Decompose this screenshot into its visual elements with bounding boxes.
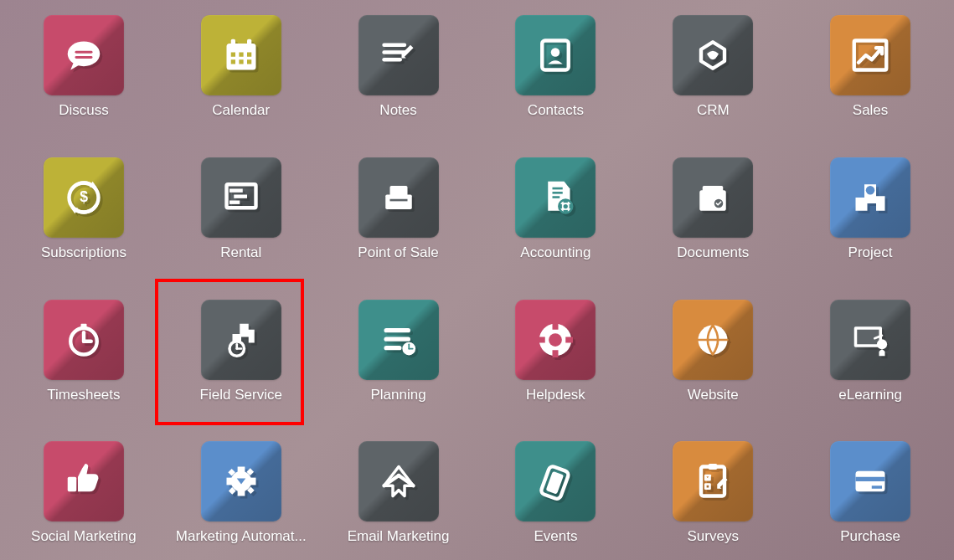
- app-events[interactable]: Events: [477, 441, 634, 560]
- accounting-icon[interactable]: [515, 157, 596, 238]
- socialmkt-icon[interactable]: [44, 441, 124, 521]
- app-label: Rental: [220, 244, 261, 261]
- app-label: Field Service: [200, 387, 282, 403]
- app-label: Planning: [370, 387, 425, 403]
- app-accounting[interactable]: Accounting: [477, 157, 634, 276]
- app-surveys[interactable]: Surveys: [634, 441, 792, 560]
- website-icon[interactable]: [673, 300, 753, 380]
- app-contacts[interactable]: Contacts: [477, 15, 634, 134]
- app-timesheets[interactable]: Timesheets: [5, 300, 162, 419]
- app-label: Social Marketing: [31, 528, 137, 545]
- notes-icon[interactable]: [358, 15, 439, 95]
- app-socialmkt[interactable]: Social Marketing: [5, 441, 162, 560]
- elearning-icon[interactable]: [830, 300, 910, 380]
- pos-icon[interactable]: [358, 157, 439, 238]
- app-purchase[interactable]: Purchase: [792, 441, 949, 560]
- app-label: Sales: [853, 102, 889, 119]
- planning-icon[interactable]: [358, 300, 439, 380]
- app-label: CRM: [697, 102, 730, 119]
- app-label: Timesheets: [47, 387, 120, 403]
- app-label: Subscriptions: [41, 244, 126, 261]
- app-planning[interactable]: Planning: [320, 300, 477, 419]
- app-label: Documents: [677, 244, 749, 261]
- app-label: Contacts: [528, 102, 584, 119]
- app-label: Point of Sale: [358, 244, 438, 261]
- rental-icon[interactable]: [201, 157, 281, 238]
- app-notes[interactable]: Notes: [320, 15, 477, 134]
- app-label: Notes: [379, 102, 416, 119]
- mktauto-icon[interactable]: [201, 441, 281, 521]
- app-pos[interactable]: Point of Sale: [320, 157, 477, 276]
- documents-icon[interactable]: [673, 157, 753, 238]
- app-label: Accounting: [520, 244, 590, 261]
- app-subscriptions[interactable]: Subscriptions: [5, 157, 162, 276]
- app-label: Purchase: [840, 528, 900, 545]
- app-project[interactable]: Project: [792, 157, 949, 276]
- app-label: Discuss: [59, 102, 109, 119]
- app-website[interactable]: Website: [634, 300, 792, 419]
- crm-icon[interactable]: [673, 15, 753, 95]
- app-mktauto[interactable]: Marketing Automat...: [162, 441, 320, 560]
- app-label: Project: [848, 244, 893, 261]
- app-discuss[interactable]: Discuss: [5, 15, 162, 134]
- app-label: Calendar: [212, 102, 270, 119]
- app-elearning[interactable]: eLearning: [792, 300, 949, 419]
- app-grid: DiscussCalendarNotesContactsCRMSalesSubs…: [0, 0, 954, 560]
- app-crm[interactable]: CRM: [634, 15, 792, 134]
- app-label: Email Marketing: [348, 528, 450, 545]
- app-label: Helpdesk: [526, 387, 585, 403]
- app-label: eLearning: [838, 387, 902, 403]
- app-emailmkt[interactable]: Email Marketing: [320, 441, 477, 560]
- contacts-icon[interactable]: [515, 15, 596, 95]
- app-calendar[interactable]: Calendar: [162, 15, 320, 134]
- app-label: Marketing Automat...: [176, 528, 307, 545]
- helpdesk-icon[interactable]: [515, 300, 596, 380]
- app-sales[interactable]: Sales: [792, 15, 949, 134]
- sales-icon[interactable]: [830, 15, 910, 95]
- app-helpdesk[interactable]: Helpdesk: [477, 300, 634, 419]
- app-label: Website: [688, 387, 739, 403]
- fieldservice-icon[interactable]: [201, 300, 281, 380]
- purchase-icon[interactable]: [830, 441, 910, 521]
- app-rental[interactable]: Rental: [162, 157, 320, 276]
- events-icon[interactable]: [515, 441, 596, 521]
- emailmkt-icon[interactable]: [358, 441, 439, 521]
- calendar-icon[interactable]: [201, 15, 281, 95]
- app-fieldservice[interactable]: Field Service: [162, 300, 320, 419]
- app-label: Events: [534, 528, 577, 545]
- discuss-icon[interactable]: [44, 15, 124, 95]
- subscriptions-icon[interactable]: [44, 157, 124, 238]
- project-icon[interactable]: [830, 157, 910, 238]
- surveys-icon[interactable]: [673, 441, 753, 521]
- timesheets-icon[interactable]: [44, 300, 124, 380]
- app-label: Surveys: [688, 528, 739, 545]
- app-documents[interactable]: Documents: [634, 157, 792, 276]
